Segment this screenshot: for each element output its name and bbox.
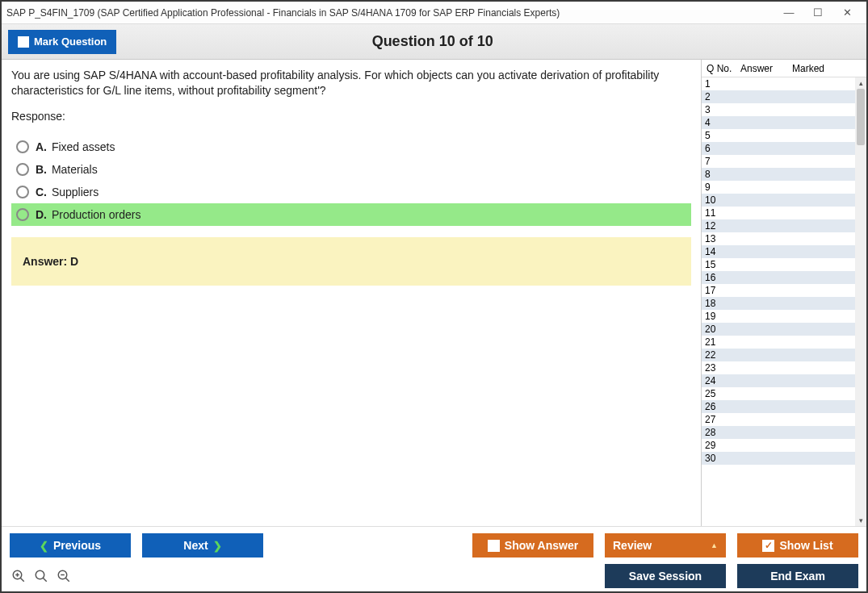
option-row[interactable]: D. Production orders bbox=[11, 203, 691, 226]
nav-row[interactable]: 23 bbox=[702, 361, 855, 374]
nav-row[interactable]: 13 bbox=[702, 232, 855, 245]
titlebar: SAP P_S4FIN_1709 (SAP Certified Applicat… bbox=[2, 2, 866, 24]
nav-row[interactable]: 3 bbox=[702, 103, 855, 116]
maximize-icon[interactable]: ☐ bbox=[803, 3, 832, 23]
nav-body: 1234567891011121314151617181920212223242… bbox=[702, 77, 866, 526]
nav-row[interactable]: 8 bbox=[702, 168, 855, 181]
svg-line-7 bbox=[65, 578, 69, 582]
nav-row[interactable]: 10 bbox=[702, 194, 855, 207]
response-label: Response: bbox=[11, 110, 691, 123]
end-exam-label: End Exam bbox=[770, 570, 825, 583]
option-text: Production orders bbox=[52, 208, 141, 221]
nav-row[interactable]: 14 bbox=[702, 245, 855, 258]
header-bar: Mark Question Question 10 of 10 bbox=[2, 24, 866, 60]
show-answer-label: Show Answer bbox=[505, 539, 578, 552]
zoom-reset-icon[interactable] bbox=[32, 567, 50, 585]
nav-rows: 1234567891011121314151617181920212223242… bbox=[702, 77, 855, 465]
app-window: SAP P_S4FIN_1709 (SAP Certified Applicat… bbox=[0, 0, 868, 593]
nav-row[interactable]: 25 bbox=[702, 387, 855, 400]
next-button[interactable]: Next ❯ bbox=[142, 533, 263, 558]
show-answer-checkbox-icon bbox=[488, 540, 500, 552]
options-list: A. Fixed assetsB. MaterialsC. SuppliersD… bbox=[11, 136, 691, 226]
button-row-2: Save Session End Exam bbox=[10, 564, 858, 588]
option-letter: D. bbox=[36, 208, 47, 221]
nav-row[interactable]: 6 bbox=[702, 142, 855, 155]
scrollbar[interactable]: ▴ ▾ bbox=[855, 77, 866, 526]
window-title: SAP P_S4FIN_1709 (SAP Certified Applicat… bbox=[6, 7, 774, 19]
nav-row[interactable]: 28 bbox=[702, 426, 855, 439]
nav-row[interactable]: 30 bbox=[702, 452, 855, 465]
svg-point-4 bbox=[36, 570, 44, 579]
content-row: You are using SAP S/4HANA with account-b… bbox=[2, 60, 866, 526]
checkmark-icon: ✓ bbox=[765, 540, 773, 551]
save-session-button[interactable]: Save Session bbox=[605, 564, 726, 588]
mark-question-label: Mark Question bbox=[34, 35, 107, 48]
show-answer-button[interactable]: Show Answer bbox=[472, 533, 593, 558]
window-controls: — ☐ ✕ bbox=[774, 3, 862, 23]
chevron-left-icon: ❮ bbox=[40, 540, 48, 552]
option-letter: B. bbox=[36, 163, 47, 176]
nav-row[interactable]: 11 bbox=[702, 207, 855, 219]
col-qno: Q No. bbox=[702, 63, 736, 74]
nav-row[interactable]: 9 bbox=[702, 181, 855, 194]
close-icon[interactable]: ✕ bbox=[832, 3, 862, 23]
mark-checkbox-icon bbox=[18, 36, 29, 48]
nav-row[interactable]: 12 bbox=[702, 219, 855, 232]
show-list-label: Show List bbox=[779, 539, 832, 552]
nav-row[interactable]: 15 bbox=[702, 258, 855, 271]
button-row-1: ❮ Previous Next ❯ Show Answer Review ▲ ✓… bbox=[10, 533, 858, 558]
nav-row[interactable]: 4 bbox=[702, 116, 855, 129]
show-list-button[interactable]: ✓ Show List bbox=[737, 533, 858, 558]
question-counter: Question 10 of 10 bbox=[116, 33, 748, 50]
nav-row[interactable]: 21 bbox=[702, 336, 855, 349]
nav-row[interactable]: 29 bbox=[702, 439, 855, 452]
question-text: You are using SAP S/4HANA with account-b… bbox=[11, 68, 691, 98]
nav-row[interactable]: 18 bbox=[702, 297, 855, 310]
nav-row[interactable]: 24 bbox=[702, 374, 855, 387]
option-letter: A. bbox=[36, 140, 47, 153]
nav-row[interactable]: 27 bbox=[702, 413, 855, 426]
svg-line-5 bbox=[43, 578, 47, 582]
answer-box: Answer: D bbox=[11, 237, 691, 286]
dropdown-arrow-icon: ▲ bbox=[711, 541, 718, 549]
zoom-out-icon[interactable] bbox=[55, 567, 73, 585]
question-area: You are using SAP S/4HANA with account-b… bbox=[2, 60, 701, 526]
mark-question-button[interactable]: Mark Question bbox=[8, 30, 116, 54]
previous-label: Previous bbox=[53, 539, 101, 552]
nav-row[interactable]: 20 bbox=[702, 323, 855, 336]
scroll-up-icon[interactable]: ▴ bbox=[855, 77, 866, 89]
option-row[interactable]: C. Suppliers bbox=[11, 181, 691, 203]
col-answer: Answer bbox=[736, 63, 787, 74]
minimize-icon[interactable]: — bbox=[774, 3, 803, 23]
scroll-down-icon[interactable]: ▾ bbox=[855, 515, 866, 526]
svg-line-1 bbox=[20, 578, 24, 582]
chevron-right-icon: ❯ bbox=[213, 540, 222, 552]
scroll-thumb[interactable] bbox=[857, 89, 865, 145]
previous-button[interactable]: ❮ Previous bbox=[10, 533, 131, 558]
save-session-label: Save Session bbox=[629, 570, 702, 583]
review-button[interactable]: Review ▲ bbox=[605, 533, 726, 558]
radio-icon bbox=[16, 186, 29, 198]
nav-row[interactable]: 22 bbox=[702, 349, 855, 361]
zoom-controls bbox=[10, 567, 73, 585]
radio-icon bbox=[16, 140, 29, 153]
option-row[interactable]: A. Fixed assets bbox=[11, 136, 691, 158]
show-list-checkbox-icon: ✓ bbox=[762, 540, 774, 552]
review-label: Review bbox=[613, 539, 652, 552]
option-row[interactable]: B. Materials bbox=[11, 158, 691, 181]
zoom-in-icon[interactable] bbox=[10, 567, 27, 585]
nav-row[interactable]: 2 bbox=[702, 90, 855, 103]
nav-row[interactable]: 5 bbox=[702, 129, 855, 142]
option-text: Materials bbox=[52, 163, 98, 176]
nav-row[interactable]: 26 bbox=[702, 400, 855, 413]
option-letter: C. bbox=[36, 186, 47, 198]
question-nav-panel: Q No. Answer Marked 12345678910111213141… bbox=[701, 60, 866, 526]
nav-row[interactable]: 7 bbox=[702, 155, 855, 168]
col-marked: Marked bbox=[787, 63, 866, 74]
nav-row[interactable]: 1 bbox=[702, 77, 855, 90]
nav-row[interactable]: 19 bbox=[702, 310, 855, 323]
bottom-bar: ❮ Previous Next ❯ Show Answer Review ▲ ✓… bbox=[2, 526, 866, 591]
nav-row[interactable]: 17 bbox=[702, 284, 855, 297]
nav-row[interactable]: 16 bbox=[702, 271, 855, 284]
end-exam-button[interactable]: End Exam bbox=[737, 564, 858, 588]
